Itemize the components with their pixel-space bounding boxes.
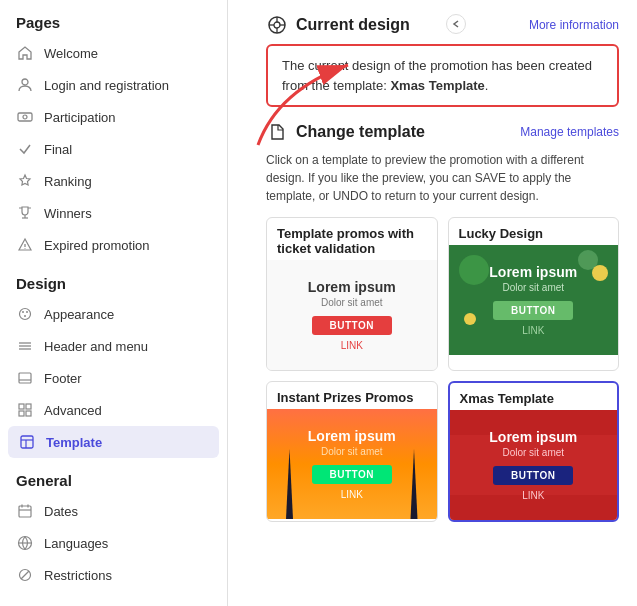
sidebar-item-dates[interactable]: Dates <box>0 495 227 527</box>
svg-point-9 <box>26 311 28 313</box>
svg-rect-16 <box>19 404 24 409</box>
svg-rect-19 <box>26 411 31 416</box>
main-content: Current design More information The curr… <box>248 0 637 606</box>
template-card-xmas-label: Xmas Template <box>450 383 618 410</box>
languages-icon <box>16 534 34 552</box>
template-card-instant-preview: Lorem ipsum Dolor sit amet BUTTON LINK <box>267 409 437 519</box>
sidebar-section-pages: Pages <box>0 0 227 37</box>
menu-icon <box>16 337 34 355</box>
current-design-title: Current design <box>266 14 410 36</box>
more-information-link[interactable]: More information <box>529 18 619 32</box>
template-card-ticket-preview: Lorem ipsum Dolor sit amet BUTTON LINK <box>267 260 437 370</box>
svg-point-0 <box>22 79 28 85</box>
current-design-header: Current design More information <box>266 14 619 36</box>
svg-rect-20 <box>21 436 33 448</box>
sidebar-item-appearance[interactable]: Appearance <box>0 298 227 330</box>
svg-rect-14 <box>19 373 31 383</box>
template-card-lucky-preview: Lorem ipsum Dolor sit amet BUTTON LINK <box>449 245 619 355</box>
template-grid: Template promos with ticket validation L… <box>266 217 619 522</box>
template-card-lucky-label: Lucky Design <box>449 218 619 245</box>
advanced-icon <box>16 401 34 419</box>
template-card-instant[interactable]: Instant Prizes Promos Lorem ipsum Dolor … <box>266 381 438 522</box>
current-design-box: The current design of the promotion has … <box>266 44 619 107</box>
sidebar-item-restrictions[interactable]: Restrictions <box>0 559 227 591</box>
svg-rect-17 <box>26 404 31 409</box>
sidebar-item-languages[interactable]: Languages <box>0 527 227 559</box>
sidebar-item-footer[interactable]: Footer <box>0 362 227 394</box>
check-icon <box>16 140 34 158</box>
template-card-lucky[interactable]: Lucky Design Lorem ipsum Dolor sit amet … <box>448 217 620 371</box>
change-template-header: Change template Manage templates <box>266 121 619 143</box>
trophy-icon <box>16 204 34 222</box>
svg-rect-18 <box>19 411 24 416</box>
manage-templates-link[interactable]: Manage templates <box>520 125 619 139</box>
calendar-icon <box>16 502 34 520</box>
template-card-ticket[interactable]: Template promos with ticket validation L… <box>266 217 438 371</box>
template-icon <box>18 433 36 451</box>
sidebar-section-general: General <box>0 458 227 495</box>
svg-line-29 <box>21 571 29 579</box>
collapse-sidebar-button[interactable] <box>446 14 466 34</box>
sidebar-item-expired[interactable]: Expired promotion <box>0 229 227 261</box>
sidebar: Pages Welcome Login and registration Par… <box>0 0 228 606</box>
svg-point-6 <box>25 248 26 249</box>
svg-point-2 <box>23 115 27 119</box>
sidebar-section-design: Design <box>0 261 227 298</box>
sidebar-item-welcome[interactable]: Welcome <box>0 37 227 69</box>
sidebar-item-login[interactable]: Login and registration <box>0 69 227 101</box>
template-card-instant-label: Instant Prizes Promos <box>267 382 437 409</box>
design-icon <box>266 14 288 36</box>
svg-rect-1 <box>18 113 32 121</box>
ranking-icon <box>16 172 34 190</box>
svg-point-8 <box>22 311 24 313</box>
footer-icon <box>16 369 34 387</box>
home-icon <box>16 44 34 62</box>
sidebar-item-winners[interactable]: Winners <box>0 197 227 229</box>
sidebar-item-advanced[interactable]: Advanced <box>0 394 227 426</box>
svg-point-7 <box>20 309 31 320</box>
user-icon <box>16 76 34 94</box>
sidebar-item-header[interactable]: Header and menu <box>0 330 227 362</box>
template-card-xmas-preview: Lorem ipsum Dolor sit amet BUTTON LINK <box>450 410 618 520</box>
svg-rect-23 <box>19 506 31 517</box>
palette-icon <box>16 305 34 323</box>
svg-point-10 <box>24 315 26 317</box>
sidebar-item-ranking[interactable]: Ranking <box>0 165 227 197</box>
sidebar-item-template[interactable]: Template <box>8 426 219 458</box>
template-card-ticket-label: Template promos with ticket validation <box>267 218 437 260</box>
ticket-icon <box>16 108 34 126</box>
svg-point-31 <box>274 22 280 28</box>
file-icon <box>266 121 288 143</box>
change-template-desc: Click on a template to preview the promo… <box>266 151 619 205</box>
change-template-title: Change template <box>266 121 425 143</box>
template-card-xmas[interactable]: Xmas Template Lorem ipsum Dolor sit amet… <box>448 381 620 522</box>
sidebar-item-final[interactable]: Final <box>0 133 227 165</box>
restrictions-icon <box>16 566 34 584</box>
warning-icon <box>16 236 34 254</box>
sidebar-item-participation[interactable]: Participation <box>0 101 227 133</box>
